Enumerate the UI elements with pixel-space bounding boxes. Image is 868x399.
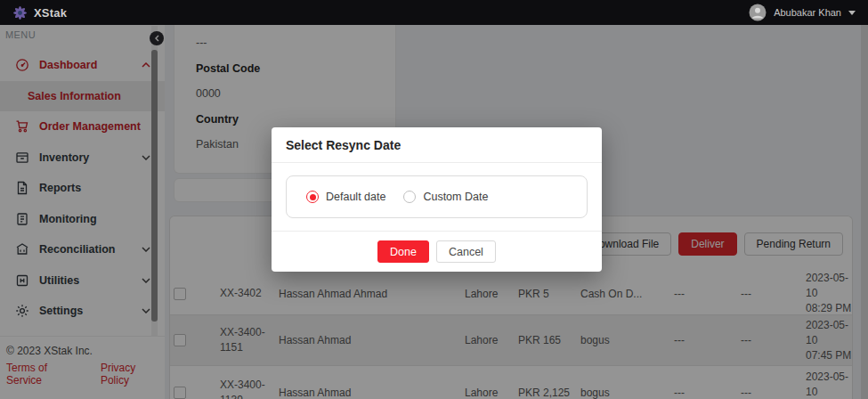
default-date-option[interactable]: Default date (306, 191, 385, 203)
custom-date-label: Custom Date (423, 191, 488, 203)
brand-name: XStak (34, 6, 67, 20)
done-button[interactable]: Done (377, 240, 429, 263)
xstak-logo-icon (12, 5, 28, 20)
user-name: Abubakar Khan (774, 7, 841, 18)
custom-date-option[interactable]: Custom Date (403, 191, 488, 203)
top-bar: XStak Abubakar Khan (0, 0, 868, 25)
default-date-label: Default date (326, 191, 385, 203)
radio-selected-icon[interactable] (306, 191, 319, 203)
modal-title: Select Resync Date (286, 138, 401, 152)
resync-date-options: Default date Custom Date (286, 175, 588, 218)
app-root: XStak Abubakar Khan MENU Dashboard (0, 0, 868, 399)
modal-header: Select Resync Date (272, 127, 602, 163)
cancel-button[interactable]: Cancel (436, 240, 496, 263)
chevron-down-icon (848, 11, 856, 15)
modal-footer: Done Cancel (272, 231, 602, 272)
brand: XStak (12, 5, 67, 20)
avatar (749, 4, 767, 21)
user-menu[interactable]: Abubakar Khan (749, 4, 856, 21)
modal-body: Default date Custom Date (272, 163, 602, 231)
resync-date-modal: Select Resync Date Default date Custom D… (272, 127, 602, 272)
radio-unselected-icon[interactable] (403, 191, 416, 203)
